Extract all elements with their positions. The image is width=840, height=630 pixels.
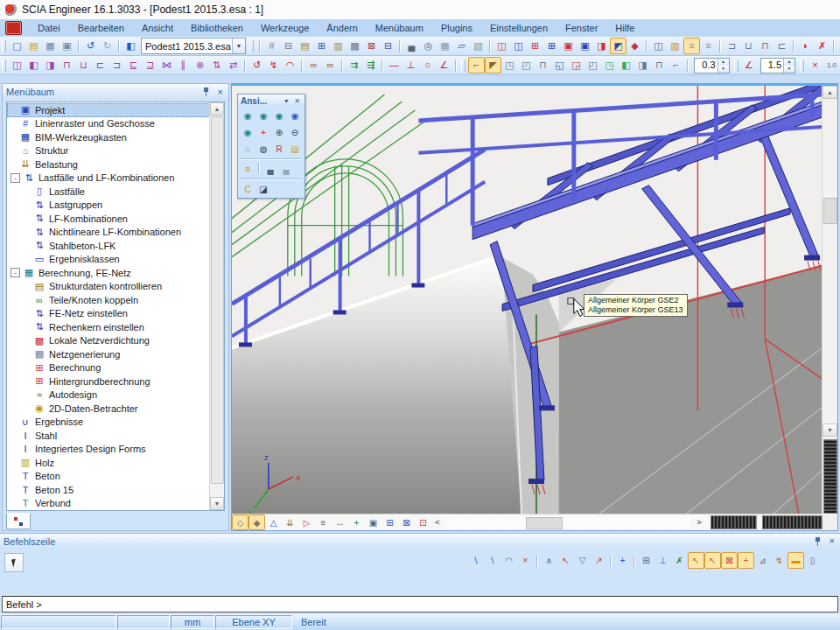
member-check-icon-2[interactable]: ⊞ [543,38,560,54]
bim-toolbox-icon[interactable]: ▤ [297,38,313,54]
snap-ortho-icon[interactable]: ⊥ [654,552,671,569]
spinner-down-icon[interactable]: ▼ [784,66,794,73]
scroll-up-icon[interactable]: ▲ [210,102,224,116]
tree-expander-icon[interactable]: - [10,268,20,277]
tree-item[interactable]: -⇅Lastfälle und LF-Kombinationen [7,172,210,186]
tree-item[interactable]: ⇅Rechenkern einstellen [7,320,210,334]
member-check-icon-1[interactable]: ⊞ [527,38,543,54]
view-flag-icon-8[interactable]: ◰ [584,57,601,74]
tree-item[interactable]: ▭Ergebnisklassen [7,253,210,267]
print-view-2-icon[interactable]: ▄ [278,162,294,177]
tree-item[interactable]: ≈Autodesign [7,388,210,402]
snap-grid-icon[interactable]: ⊞ [638,552,654,569]
tree-item[interactable]: IStahl [7,429,210,443]
member-op-icon-4[interactable]: ⊓ [59,57,75,74]
viewport-horizontal-scrollbar[interactable] [445,516,691,528]
tree-scrollbar-thumb[interactable] [211,116,224,484]
scale-reset-icon[interactable]: 1.0 [823,57,840,74]
tree-item[interactable]: ⇅FE-Netz einstellen [7,307,210,321]
zoom-prev-icon[interactable]: R [271,142,287,157]
menu-item[interactable]: Einstellungen [481,21,556,35]
window-layout-icon[interactable]: ◧ [122,38,139,54]
spinner-up-icon[interactable]: ▲ [784,59,794,66]
palette-dropdown-icon[interactable]: ▼ [284,98,290,104]
menu-item[interactable]: Fenster [556,21,606,35]
tree-item[interactable]: IIntegriertes Design Forms [7,443,210,457]
tree-item[interactable]: ▩Netzgenerierung [7,347,210,361]
print-view-icon[interactable]: ▄ [262,162,278,177]
tree-item[interactable]: ▦BIM-Werkzeugkasten [7,130,210,144]
snap-endpoint-icon[interactable]: ↖ [688,552,704,569]
model-scene[interactable]: z x Y [232,86,822,514]
curve-edit-icon-3[interactable]: ◠ [282,57,298,74]
tree-item[interactable]: ⇅Nichtlineare LF-Kombinationen [7,226,210,240]
view-flag-icon-13[interactable]: ⌐ [668,57,684,74]
menu-item[interactable]: Hilfe [606,21,643,35]
scroll-down-icon[interactable]: ▼ [822,424,837,437]
menu-item[interactable]: Bibliotheken [182,21,252,35]
scrollbar-thumb[interactable] [823,198,837,224]
scale-spinner-arrows[interactable]: ▲▼ [783,59,794,73]
project-combobox[interactable]: Podest1 2015.3.esa ▼ [141,38,246,54]
line-grid-icon[interactable]: # [263,38,280,54]
pin-icon[interactable] [202,87,211,97]
snap-arrow-icon[interactable]: ↗ [591,552,607,569]
pin-icon[interactable] [814,536,822,547]
render-mode-icon[interactable]: ◆ [248,514,265,530]
scroll-right-icon[interactable]: > [693,518,705,527]
tree-item[interactable]: ⌂Struktur [7,144,210,158]
calculator-icon[interactable]: ▦ [437,38,453,54]
view-y-icon[interactable]: ◉ [256,108,271,123]
tree-item[interactable]: ⊞Hintergrundberechnung [7,374,210,388]
scia-menu-icon[interactable] [5,21,22,35]
tree-item[interactable]: ◉2D-Daten-Betrachter [7,402,210,416]
table-input-icon[interactable]: ⊟ [380,38,396,54]
spinner-up-icon[interactable]: ▲ [718,59,729,66]
snap-intersection-icon[interactable]: ⊠ [721,552,738,569]
view-axo-icon[interactable]: ◉ [287,108,303,123]
fast-adjust-icon[interactable]: ⊠ [398,514,415,530]
step-angle-icon[interactable]: ∠ [741,57,758,74]
snap-track-icon[interactable]: + [614,552,631,569]
snap-list-icon[interactable]: ▯ [804,552,821,569]
tree-scrollbar[interactable]: ▲ ▼ [209,102,224,510]
selection-cursor-button[interactable] [4,553,24,572]
model-data-icon[interactable]: ▣ [365,514,382,530]
picture-icon[interactable]: ▧ [470,38,486,54]
snap-tri-icon[interactable]: ▽ [574,552,591,569]
draw-circle-icon[interactable]: ○ [419,57,436,74]
viewport-vertical-scrollbar[interactable]: ▲ ▼ [822,86,837,514]
tree-item[interactable]: ∪Ergebnisse [7,416,210,430]
ucs-icon[interactable]: + [256,125,271,140]
undo-icon[interactable]: ↺ [82,38,99,54]
join-icon-1[interactable]: ∞ [305,57,322,74]
view-flag-icon-7[interactable]: ◲ [568,57,584,74]
tree-expander-icon[interactable]: - [10,173,20,183]
copy-icon-3[interactable]: ⊓ [757,38,774,54]
dimensions-icon[interactable]: ↔ [332,514,348,530]
status-unit[interactable]: mm [171,615,214,629]
view-flag-icon-1[interactable]: ⌐ [468,57,485,74]
zoom-window-icon[interactable]: ◌ [240,142,256,157]
view-x-icon[interactable]: ◉ [240,108,256,123]
storeys-icon[interactable]: ⊟ [280,38,297,54]
tree-item[interactable]: ▤Strukturdaten kontrollieren [7,280,210,294]
tree-item[interactable]: ⇅Stahlbeton-LFK [7,239,210,253]
member-op-icon-10[interactable]: ⋈ [158,57,175,74]
zoom-in-icon[interactable]: ⊕ [271,125,287,140]
member-check-icon-3[interactable]: ▣ [560,38,577,54]
light-icon[interactable]: ¤ [240,162,256,177]
member-op-icon-14[interactable]: ⇄ [225,57,242,74]
view-manager-icon[interactable]: ▤ [287,142,303,157]
scale-spinner[interactable]: 1.5 ▲▼ [760,58,796,74]
tree-item[interactable]: TBeton [7,470,210,484]
scrollbar-thumb[interactable] [526,517,563,529]
clipboard-view-icon[interactable]: C [240,182,256,197]
mesh-display-icon[interactable]: ⊡ [415,514,431,530]
scroll-down-icon[interactable]: ▼ [210,497,224,510]
print-icon[interactable]: ▄ [403,38,420,54]
shading-icon[interactable]: ◇ [232,514,248,530]
member-op-icon-8[interactable]: ⊑ [125,57,142,74]
tree-item[interactable]: ⇅LF-Kombinationen [7,212,210,226]
menu-item[interactable]: Menübaum [367,21,432,35]
